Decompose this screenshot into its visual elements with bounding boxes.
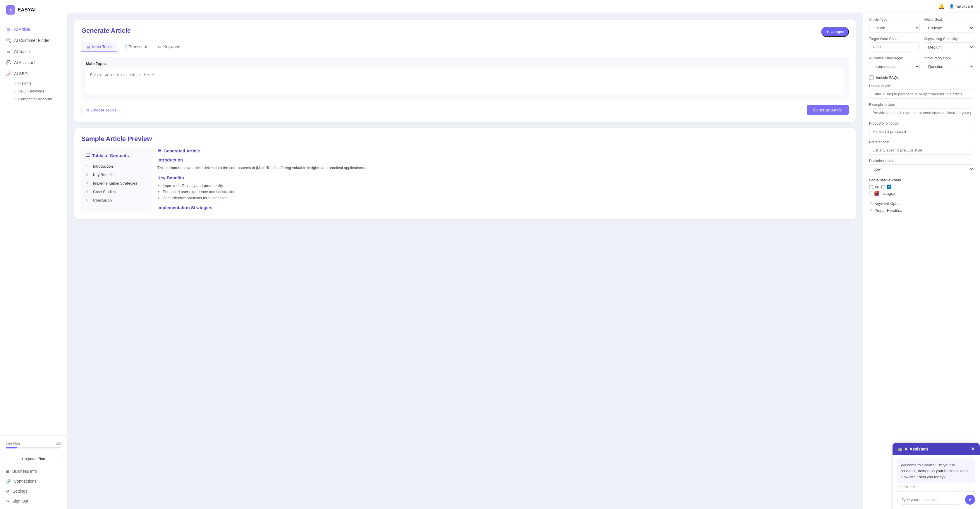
example-label: Example to Use: bbox=[869, 103, 974, 107]
example-input[interactable] bbox=[869, 108, 974, 117]
preview-content: ☰ Table of Contents 1 Introduction 2 Key… bbox=[81, 148, 849, 212]
sidebar-item-label: AI Assistant bbox=[14, 60, 35, 65]
ai-input-row: ➤ bbox=[897, 492, 975, 504]
creativity-select[interactable]: Low Medium High bbox=[924, 43, 974, 52]
table-of-contents: ☰ Table of Contents 1 Introduction 2 Key… bbox=[81, 148, 151, 212]
audience-label: Audience Knowledge: bbox=[869, 56, 920, 60]
toc-item-5[interactable]: 5 Conclusion bbox=[86, 196, 147, 205]
list-item: Improved efficiency and productivity bbox=[163, 183, 849, 189]
social-all-label: All bbox=[874, 185, 878, 189]
toc-title: Table of Contents bbox=[92, 153, 129, 158]
ai-popup-close-button[interactable]: ✕ bbox=[970, 446, 975, 452]
social-instagram-row: 📷 Instagram bbox=[869, 191, 974, 196]
sidebar-item-ai-seo[interactable]: 📈 AI SEO bbox=[0, 68, 67, 79]
choose-topics-button[interactable]: ✏ Choose Topics bbox=[81, 105, 121, 115]
tab-icon: ▤ bbox=[87, 45, 91, 49]
include-faqs-checkbox[interactable] bbox=[869, 75, 873, 80]
audience-select[interactable]: Beginner Intermediate Advanced bbox=[869, 62, 920, 72]
article-icon: ▤ bbox=[6, 27, 11, 32]
sidebar-item-label: AI Customer Finder bbox=[14, 38, 49, 43]
include-faqs-label: Include FAQs bbox=[876, 75, 899, 80]
word-count-label: Target Word Count: bbox=[869, 37, 920, 41]
sidebar-item-ai-article[interactable]: ▤ AI Article bbox=[0, 24, 67, 35]
signout-icon: ↪ bbox=[6, 499, 10, 503]
social-all-checkbox[interactable] bbox=[869, 185, 873, 189]
preferences-input[interactable] bbox=[869, 146, 974, 155]
search-icon: 🔍 bbox=[6, 38, 11, 43]
article-type-select[interactable]: Listicle How-To Opinion bbox=[869, 23, 920, 33]
chat-icon: 💬 bbox=[6, 60, 11, 65]
deviation-label: Deviation Level: bbox=[869, 159, 974, 163]
ai-send-button[interactable]: ➤ bbox=[965, 495, 975, 504]
tab-transcript[interactable]: 📄 Transcript bbox=[117, 42, 153, 52]
sidebar-item-ai-customer-finder[interactable]: 🔍 AI Customer Finder bbox=[0, 35, 67, 46]
toc-item-4[interactable]: 4 Case Studies bbox=[86, 188, 147, 196]
preferences-row: Preferences: bbox=[869, 140, 974, 155]
ai-input-badge-button[interactable]: ✦ AI Input bbox=[821, 27, 849, 37]
sidebar-item-ai-assistant[interactable]: 💬 AI Assistant bbox=[0, 57, 67, 68]
introductory-hook-field: Introductory Hook: Question Statistic St… bbox=[924, 56, 974, 72]
article-goal-select[interactable]: Educate Entertain Convert bbox=[924, 23, 974, 33]
deviation-select[interactable]: Low Medium High bbox=[869, 164, 974, 174]
header: 🔔 👤 halluxcare bbox=[67, 0, 980, 13]
sidebar-item-insights[interactable]: Insights bbox=[12, 79, 67, 87]
checks-section: ✓ Keyword Opti... ✓ Proper Headin... bbox=[869, 200, 974, 214]
sidebar-item-connections[interactable]: 🔗 Connections bbox=[0, 476, 67, 486]
word-count-input[interactable] bbox=[869, 43, 920, 51]
ai-badge-icon: ✦ bbox=[826, 30, 829, 34]
generate-article-footer: ✏ Choose Topics Generate Article bbox=[81, 105, 849, 115]
sidebar-item-competitor-analysis[interactable]: Competitor Analysis bbox=[12, 95, 67, 103]
unique-angle-label: Unique Angle: bbox=[869, 84, 974, 88]
article-key-benefits-list: Improved efficiency and productivity Enh… bbox=[163, 183, 849, 201]
main-topic-textarea[interactable] bbox=[86, 69, 844, 95]
sidebar-item-ai-topics[interactable]: ☰ AI Topics bbox=[0, 46, 67, 57]
audience-knowledge-field: Audience Knowledge: Beginner Intermediat… bbox=[869, 56, 920, 72]
username: halluxcare bbox=[956, 4, 973, 8]
transcript-icon: 📄 bbox=[122, 45, 127, 49]
unique-angle-row: Unique Angle: bbox=[869, 84, 974, 99]
keyword-opt-label: Keyword Opti... bbox=[874, 201, 900, 206]
sidebar-item-label: AI Article bbox=[14, 27, 30, 32]
pencil-icon: ✏ bbox=[86, 108, 89, 112]
sidebar-item-sign-out[interactable]: ↪ Sign Out bbox=[0, 496, 67, 506]
tab-main-topic[interactable]: ▤ Main Topic bbox=[81, 42, 117, 52]
settings-icon: ⚙ bbox=[6, 489, 10, 493]
generate-article-button[interactable]: Generate Article bbox=[807, 105, 849, 115]
social-instagram-checkbox[interactable] bbox=[869, 192, 873, 196]
generated-article: ☰ Generated Article Introduction This co… bbox=[158, 148, 849, 212]
content-wrapper: Generate Article ✦ AI Input ▤ Main Topic… bbox=[67, 0, 863, 509]
header-user[interactable]: 👤 halluxcare bbox=[949, 4, 973, 8]
ai-popup-title: 🤖 AI Assistant bbox=[897, 447, 928, 452]
ai-text-input[interactable] bbox=[897, 495, 963, 504]
social-posts-label: Social Media Posts bbox=[869, 178, 974, 182]
word-count-creativity-row: Target Word Count: Copywriting Creativit… bbox=[869, 37, 974, 52]
notification-icon[interactable]: 🔔 bbox=[938, 3, 945, 10]
right-panel: Article Type: Listicle How-To Opinion Ar… bbox=[863, 0, 980, 509]
sidebar-item-label: AI Topics bbox=[14, 49, 31, 54]
free-plan-label: free Plan 1/5 bbox=[6, 441, 61, 445]
product-promotion-input[interactable] bbox=[869, 127, 974, 136]
toc-item-3[interactable]: 3 Implementation Strategies bbox=[86, 179, 147, 188]
toc-item-1[interactable]: 1 Introduction bbox=[86, 162, 147, 170]
sidebar-item-settings[interactable]: ⚙ Settings bbox=[0, 486, 67, 496]
sidebar-item-business-info[interactable]: ⊞ Business Info bbox=[0, 466, 67, 476]
check-success-icon: ✓ bbox=[869, 201, 873, 206]
upgrade-plan-button[interactable]: Upgrade Plan bbox=[3, 454, 64, 464]
social-linkedin-checkbox[interactable] bbox=[881, 185, 885, 189]
toc-item-2[interactable]: 2 Key Benefits bbox=[86, 170, 147, 179]
ai-popup-icon: 🤖 bbox=[897, 447, 902, 452]
sidebar-nav: ▤ AI Article 🔍 AI Customer Finder ☰ AI T… bbox=[0, 20, 67, 435]
keywords-icon: 🏷 bbox=[158, 45, 161, 49]
proper-heading-label: Proper Headin... bbox=[874, 208, 902, 213]
tab-keywords[interactable]: 🏷 Keywords bbox=[152, 42, 186, 52]
toc-icon: ☰ bbox=[86, 153, 90, 158]
sidebar-item-label: AI SEO bbox=[14, 72, 28, 76]
article-type-goal-row: Article Type: Listicle How-To Opinion Ar… bbox=[869, 17, 974, 33]
generate-article-title: Generate Article bbox=[81, 27, 131, 35]
creativity-label: Copywriting Creativity: bbox=[924, 37, 974, 41]
linkedin-icon: in bbox=[887, 185, 891, 189]
sidebar-item-seo-keywords[interactable]: SEO Keywords bbox=[12, 87, 67, 95]
ai-message: Welcome to Scalafai! I'm your AI assista… bbox=[897, 459, 975, 483]
hook-select[interactable]: Question Statistic Story bbox=[924, 62, 974, 72]
unique-angle-input[interactable] bbox=[869, 89, 974, 99]
